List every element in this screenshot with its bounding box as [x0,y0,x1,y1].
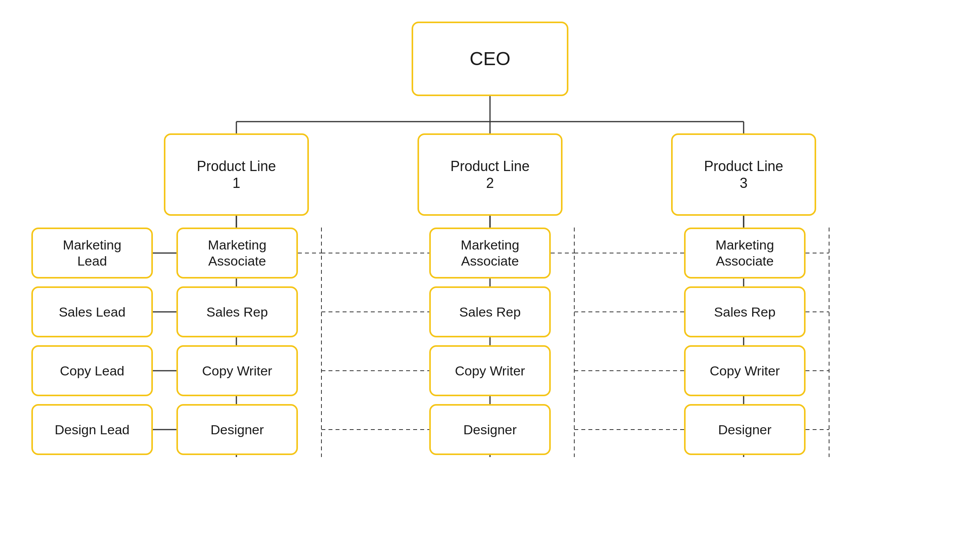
node-pl1-sales-rep: Sales Rep [176,286,298,337]
node-pl1-designer: Designer [176,404,298,455]
node-pl3-designer: Designer [684,404,806,455]
node-pl1: Product Line1 [164,133,309,216]
node-pl1-copy-writer: Copy Writer [176,345,298,396]
node-sales-lead: Sales Lead [31,286,153,337]
node-pl3-copy-writer: Copy Writer [684,345,806,396]
node-design-lead: Design Lead [31,404,153,455]
node-pl2-copy-writer: Copy Writer [429,345,551,396]
node-ceo: CEO [412,22,568,96]
node-pl3: Product Line3 [671,133,816,216]
node-pl2-marketing-associate: MarketingAssociate [429,228,551,279]
node-pl2-designer: Designer [429,404,551,455]
node-pl3-sales-rep: Sales Rep [684,286,806,337]
node-marketing-lead: MarketingLead [31,228,153,279]
node-pl2: Product Line2 [417,133,563,216]
node-copy-lead: Copy Lead [31,345,153,396]
node-pl3-marketing-associate: MarketingAssociate [684,228,806,279]
org-chart: CEO Product Line1 Product Line2 Product … [0,0,980,550]
node-pl1-marketing-associate: MarketingAssociate [176,228,298,279]
node-pl2-sales-rep: Sales Rep [429,286,551,337]
